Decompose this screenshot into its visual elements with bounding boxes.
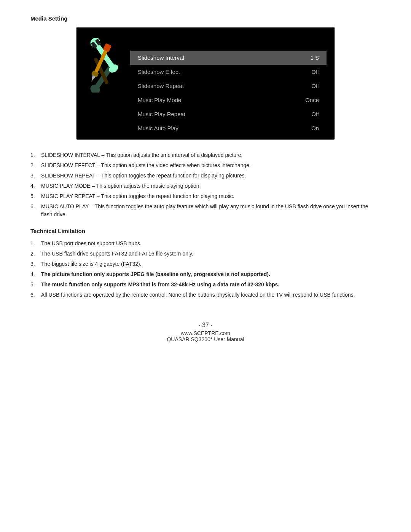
menu-value-slideshow-interval: 1 S	[310, 54, 319, 61]
list-item: 1. The USB port does not support USB hub…	[30, 240, 381, 248]
menu-value-music-auto-play: On	[311, 125, 319, 131]
list-item: 4. The picture function only supports JP…	[30, 270, 381, 278]
list-item: 5. MUSIC PLAY REPEAT – This option toggl…	[30, 192, 381, 200]
menu-row-music-play-repeat[interactable]: Music Play Repeat Off	[130, 107, 327, 121]
list-item: 3. SLIDESHOW REPEAT – This option toggle…	[30, 172, 381, 180]
page-number: - 37 -	[30, 322, 381, 329]
menu-value-music-play-mode: Once	[305, 97, 319, 103]
list-item: 2. SLIDESHOW EFFECT – This option adjust…	[30, 161, 381, 169]
menu-row-slideshow-interval[interactable]: Slideshow Interval 1 S	[130, 51, 327, 65]
list-item: 4. MUSIC PLAY MODE – This option adjusts…	[30, 182, 381, 190]
menu-value-slideshow-repeat: Off	[311, 83, 319, 89]
menu-label-slideshow-repeat: Slideshow Repeat	[138, 83, 184, 89]
footer: - 37 - www.SCEPTRE.com QUASAR SQ3200* Us…	[30, 322, 381, 342]
menu-value-slideshow-effect: Off	[311, 69, 319, 75]
tv-screen: Slideshow Interval 1 S Slideshow Effect …	[76, 27, 335, 140]
menu-row-slideshow-repeat[interactable]: Slideshow Repeat Off	[130, 79, 327, 93]
list-item: 6. MUSIC AUTO PLAY – This function toggl…	[30, 203, 381, 219]
list-item: 1. SLIDESHOW INTERVAL – This option adju…	[30, 151, 381, 159]
technical-list: 1. The USB port does not support USB hub…	[30, 240, 381, 299]
menu-value-music-play-repeat: Off	[311, 111, 319, 117]
technical-limitation-heading: Technical Limitation	[30, 228, 381, 234]
media-setting-heading: Media Setting	[30, 15, 381, 22]
menu-label-music-play-mode: Music Play Mode	[138, 97, 181, 103]
menu-label-slideshow-interval: Slideshow Interval	[138, 54, 184, 61]
menu-label-music-auto-play: Music Auto Play	[138, 125, 178, 131]
list-item: 5. The music function only supports MP3 …	[30, 281, 381, 289]
menu-row-slideshow-effect[interactable]: Slideshow Effect Off	[130, 65, 327, 79]
explanation-list: 1. SLIDESHOW INTERVAL – This option adju…	[30, 151, 381, 219]
list-item: 3. The biggest file size is 4 gigabyte (…	[30, 260, 381, 268]
tools-icon	[84, 35, 130, 94]
menu-label-slideshow-effect: Slideshow Effect	[138, 69, 180, 75]
list-item: 2. The USB flash drive supports FAT32 an…	[30, 250, 381, 258]
menu-area: Slideshow Interval 1 S Slideshow Effect …	[130, 35, 327, 135]
footer-website: www.SCEPTRE.com	[30, 330, 381, 336]
footer-manual: QUASAR SQ3200* User Manual	[30, 336, 381, 342]
menu-row-music-auto-play[interactable]: Music Auto Play On	[130, 121, 327, 135]
list-item: 6. All USB functions are operated by the…	[30, 291, 381, 299]
menu-row-music-play-mode[interactable]: Music Play Mode Once	[130, 93, 327, 107]
svg-marker-7	[90, 75, 96, 82]
menu-label-music-play-repeat: Music Play Repeat	[138, 111, 185, 117]
